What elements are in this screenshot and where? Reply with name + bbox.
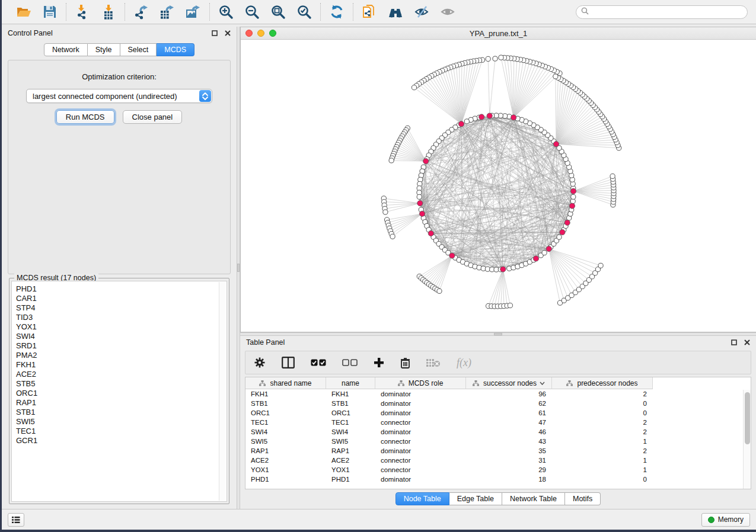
zoom-selected-icon[interactable]	[295, 3, 313, 21]
search-input[interactable]	[592, 8, 742, 16]
mcds-result-item[interactable]: CAR1	[16, 294, 227, 303]
zoom-out-icon[interactable]	[243, 3, 261, 21]
memory-button[interactable]: Memory	[701, 513, 750, 527]
mcds-result-item[interactable]: PMA2	[16, 351, 227, 360]
search-field[interactable]	[576, 5, 748, 19]
splitter-grip[interactable]	[237, 264, 240, 272]
column-header-MCDS-role[interactable]: MCDS role	[375, 377, 466, 389]
hide-selected-icon[interactable]	[413, 3, 430, 21]
workspace: Control Panel NetworkStyleSelectMCDS Opt…	[2, 24, 756, 509]
mcds-result-item[interactable]: SWI5	[16, 417, 227, 427]
node-table[interactable]: shared namenameMCDS rolesuccessor nodesp…	[245, 377, 751, 489]
right-area: YPA_prune.txt_1 Table Panel	[240, 27, 756, 509]
table-row-RAP1[interactable]: RAP1RAP1dominator352	[245, 446, 751, 456]
float-panel-icon[interactable]	[212, 30, 218, 36]
mcds-result-item[interactable]: TID3	[16, 313, 227, 322]
export-image-icon[interactable]	[184, 3, 202, 21]
tab-motifs[interactable]: Motifs	[565, 492, 601, 505]
splitter-grip-h[interactable]	[494, 333, 502, 335]
close-panel-button[interactable]: Close panel	[123, 110, 183, 124]
mcds-result-item[interactable]: STP4	[16, 303, 227, 313]
table-scrollbar[interactable]	[743, 390, 751, 489]
horizontal-splitter[interactable]	[240, 332, 756, 336]
table-row-SWI5[interactable]: SWI5SWI5connector431	[245, 437, 751, 446]
table-tabs: Node TableEdge TableNetwork TableMotifs	[240, 491, 756, 507]
export-table-icon[interactable]	[158, 3, 176, 21]
show-all-icon[interactable]	[439, 3, 457, 21]
table-row-YOX1[interactable]: YOX1YOX1connector291	[245, 465, 751, 475]
table-header-row: shared namenameMCDS rolesuccessor nodesp…	[245, 377, 751, 389]
search-binoculars-icon[interactable]	[387, 3, 404, 21]
select-all-icon[interactable]	[311, 359, 326, 367]
mcds-result-item[interactable]: YOX1	[16, 322, 227, 332]
column-header-predecessor-nodes[interactable]: predecessor nodes	[552, 377, 653, 389]
cell-name: SWI4	[326, 428, 375, 435]
cell-predecessor-nodes: 1	[552, 438, 653, 445]
cell-predecessor-nodes: 2	[552, 428, 653, 435]
refresh-network-icon[interactable]	[328, 3, 346, 21]
run-mcds-button[interactable]: Run MCDS	[56, 110, 114, 124]
float-panel-icon[interactable]	[731, 339, 737, 345]
mcds-result-item[interactable]: GCR1	[16, 436, 227, 446]
mcds-result-item[interactable]: TEC1	[16, 427, 227, 436]
cell-MCDS-role: dominator	[375, 409, 466, 416]
clone-network-icon[interactable]	[361, 3, 378, 21]
cell-name: ORC1	[326, 409, 375, 416]
table-scrollbar-thumb[interactable]	[745, 392, 750, 444]
mcds-result-item[interactable]: RAP1	[16, 398, 227, 408]
column-header-name[interactable]: name	[326, 377, 375, 389]
table-row-PHD1[interactable]: PHD1PHD1dominator180	[245, 475, 751, 484]
mcds-result-item[interactable]: SWI4	[16, 332, 227, 341]
column-header-shared-name[interactable]: shared name	[245, 377, 326, 389]
tab-network-table[interactable]: Network Table	[502, 492, 565, 505]
zoom-fit-icon[interactable]	[269, 3, 287, 21]
close-panel-icon[interactable]	[744, 339, 750, 345]
vertical-splitter[interactable]	[237, 27, 240, 509]
zoom-in-icon[interactable]	[217, 3, 235, 21]
search-icon	[581, 7, 589, 17]
split-pane-icon[interactable]	[282, 357, 295, 368]
import-network-icon[interactable]	[74, 3, 91, 21]
import-table-icon[interactable]	[100, 3, 117, 21]
mcds-result-item[interactable]: STB5	[16, 379, 227, 389]
delete-column-icon[interactable]	[400, 357, 410, 368]
list-scrollbar[interactable]	[219, 282, 226, 501]
table-row-SWI4[interactable]: SWI4SWI4dominator462	[245, 427, 751, 437]
maximize-window-icon[interactable]	[269, 30, 276, 37]
table-row-STB1[interactable]: STB1STB1dominator620	[245, 399, 751, 408]
tab-edge-table[interactable]: Edge Table	[449, 492, 502, 505]
open-file-icon[interactable]	[15, 3, 33, 21]
mcds-result-item[interactable]: STB1	[16, 408, 227, 417]
mcds-result-item[interactable]: ACE2	[16, 370, 227, 379]
cell-MCDS-role: dominator	[375, 447, 466, 454]
table-row-ORC1[interactable]: ORC1ORC1dominator610	[245, 408, 751, 418]
save-session-icon[interactable]	[41, 3, 59, 21]
close-panel-icon[interactable]	[225, 30, 231, 36]
mcds-result-list[interactable]: PHD1CAR1STP4TID3YOX1SWI4SRD1PMA2FKH1ACE2…	[11, 281, 227, 502]
unselect-all-icon[interactable]	[342, 359, 358, 367]
add-column-icon[interactable]	[374, 357, 384, 368]
tab-node-table[interactable]: Node Table	[395, 492, 449, 505]
mcds-result-item[interactable]: ORC1	[16, 389, 227, 398]
task-history-button[interactable]	[8, 513, 24, 527]
mcds-result-item[interactable]: FKH1	[16, 360, 227, 370]
table-settings-icon[interactable]	[254, 357, 266, 368]
mcds-result-item[interactable]: SRD1	[16, 341, 227, 351]
table-row-ACE2[interactable]: ACE2ACE2connector311	[245, 456, 751, 465]
tab-style[interactable]: Style	[88, 43, 120, 56]
export-network-icon[interactable]	[132, 3, 150, 21]
table-row-TEC1[interactable]: TEC1TEC1connector472	[245, 418, 751, 427]
tab-network[interactable]: Network	[44, 43, 88, 56]
tab-select[interactable]: Select	[120, 43, 157, 56]
network-canvas[interactable]	[241, 40, 756, 332]
criterion-select[interactable]: largest connected component (undirected)	[26, 89, 212, 103]
mcds-result-item[interactable]: PHD1	[16, 284, 227, 294]
cell-name: RAP1	[326, 447, 375, 454]
network-graph[interactable]	[241, 40, 754, 332]
close-window-icon[interactable]	[245, 30, 253, 37]
minimize-window-icon[interactable]	[257, 30, 264, 37]
column-header-successor-nodes[interactable]: successor nodes	[466, 377, 552, 389]
tab-mcds[interactable]: MCDS	[157, 43, 194, 56]
cell-name: TEC1	[326, 419, 375, 426]
table-row-FKH1[interactable]: FKH1FKH1dominator962	[245, 389, 751, 399]
